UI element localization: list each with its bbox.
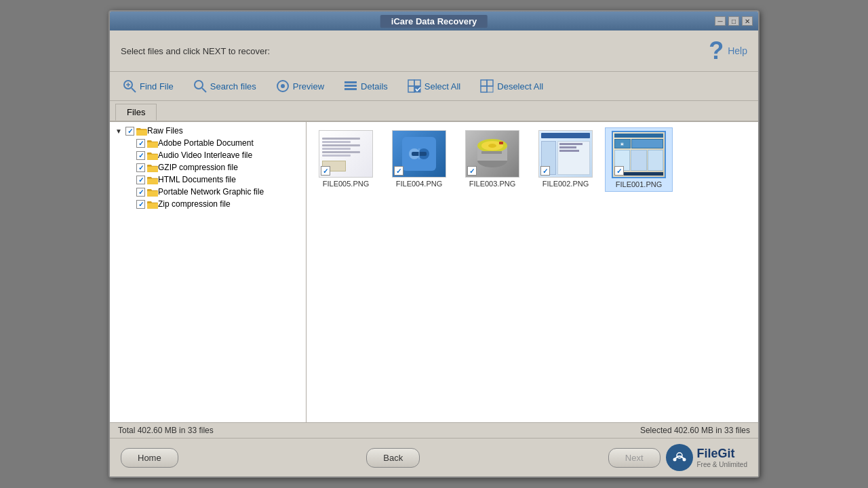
preview-label: Preview [293,81,324,92]
tree-root[interactable]: ▼ Raw Files [113,125,303,137]
next-button[interactable]: Next [608,448,660,468]
avi-label: Audio Video Interleave file [158,150,252,160]
file-name: FILE003.PNG [469,180,515,188]
maximize-button[interactable]: □ [728,16,739,26]
tree-item-adobe[interactable]: Adobe Portable Document [113,137,303,149]
file-type-icon [147,188,158,197]
home-button[interactable]: Home [121,448,178,468]
instruction-text: Select files and click NEXT to recover: [121,46,270,56]
svg-rect-14 [414,86,420,92]
file-item[interactable]: FILE002.PNG [532,127,599,192]
svg-rect-18 [487,86,493,92]
close-button[interactable]: ✕ [742,16,753,26]
file-checkbox[interactable] [394,166,403,176]
root-checkbox[interactable] [125,127,134,136]
svg-rect-16 [487,80,493,86]
svg-rect-29 [147,178,158,184]
main-area: ▼ Raw Files [110,122,758,422]
file-item[interactable]: FILE003.PNG [458,127,526,192]
files-tab[interactable]: Files [115,104,157,121]
svg-rect-33 [147,203,158,208]
mac-finder-icon [402,137,436,171]
tree-item-png[interactable]: Portable Network Graphic file [113,186,303,198]
tree-item-zip[interactable]: Zip compression file [113,198,303,210]
zip-checkbox[interactable] [136,200,145,209]
svg-rect-17 [481,86,487,92]
filegit-svg [669,447,690,468]
select-all-button[interactable]: Select All [403,76,465,96]
help-icon: ? [709,39,724,63]
file-item[interactable]: FILE005.PNG [312,127,380,192]
svg-rect-31 [147,190,158,196]
select-all-label: Select All [425,81,460,92]
title-bar: iCare Data Recovery ─ □ ✕ [110,12,758,30]
svg-point-43 [488,144,496,148]
filegit-sub: Free & Unlimited [697,461,747,468]
back-button[interactable]: Back [366,448,420,468]
expand-icon[interactable]: ▼ [114,126,123,136]
avi-checkbox[interactable] [136,151,145,160]
file-checkbox[interactable] [540,166,550,176]
search-files-button[interactable]: Search files [189,76,260,96]
details-button[interactable]: Details [339,76,392,96]
svg-rect-25 [147,154,158,159]
selected-status: Selected 402.60 MB in 33 files [640,426,750,435]
svg-point-49 [682,458,686,462]
filegit-logo: FileGit Free & Unlimited [666,444,747,471]
filegit-icon [666,444,693,471]
file-checkbox[interactable] [614,166,624,176]
filegit-text: FileGit Free & Unlimited [697,447,747,468]
png-checkbox[interactable] [136,188,145,197]
adobe-checkbox[interactable] [136,139,145,148]
svg-rect-11 [408,80,414,86]
details-icon [343,79,358,94]
html-checkbox[interactable] [136,176,145,184]
right-panel: FILE005.PNG [307,122,758,422]
window-controls: ─ □ ✕ [715,16,753,26]
svg-rect-27 [147,166,158,171]
left-panel: ▼ Raw Files [110,122,307,422]
toolbar: Find File Search files Preview [110,72,758,101]
file-type-icon [147,163,158,172]
tree-item-avi[interactable]: Audio Video Interleave file [113,149,303,161]
bottom-bar: Home Back Next FileGit Free & Unlimited [110,438,758,476]
file-thumbnail [392,130,446,178]
gzip-label: GZIP compression file [158,163,238,172]
preview-button[interactable]: Preview [271,76,328,96]
tree-item-html[interactable]: HTML Documents file [113,174,303,186]
window-title: iCare Data Recovery [380,15,488,28]
find-file-button[interactable]: Find File [118,76,178,96]
svg-rect-23 [147,142,158,147]
svg-rect-21 [136,129,147,135]
tree-item-gzip[interactable]: GZIP compression file [113,161,303,174]
deselect-all-button[interactable]: Deselect All [475,76,547,96]
file-thumbnail [319,130,373,178]
folder-icon [136,127,147,136]
help-label[interactable]: Help [728,45,747,56]
file-type-icon [147,151,158,160]
svg-point-46 [670,448,689,467]
svg-point-7 [281,84,285,88]
file-item[interactable]: ▣ [605,127,673,192]
file-checkbox[interactable] [321,166,330,176]
right-bottom: Next FileGit Free & Unlimited [608,444,747,471]
file-thumbnail: ▣ [612,131,666,178]
total-status: Total 402.60 MB in 33 files [118,426,214,435]
deselect-all-label: Deselect All [497,81,543,92]
hard-disk-icon [473,135,511,173]
minimize-button[interactable]: ─ [715,16,726,26]
svg-rect-10 [344,88,357,90]
filegit-name: FileGit [697,447,747,461]
file-name: FILE005.PNG [323,180,369,188]
content-panel: Files ▼ Raw Files [110,101,758,422]
select-all-icon [407,79,422,94]
gzip-checkbox[interactable] [136,163,145,172]
file-name: FILE001.PNG [616,180,662,188]
file-name: FILE004.PNG [396,180,442,188]
tab-bar: Files [110,101,758,122]
file-checkbox[interactable] [467,166,477,176]
svg-rect-15 [481,80,487,86]
file-item[interactable]: FILE004.PNG [385,127,453,192]
svg-line-1 [132,88,136,92]
svg-rect-45 [481,151,502,154]
